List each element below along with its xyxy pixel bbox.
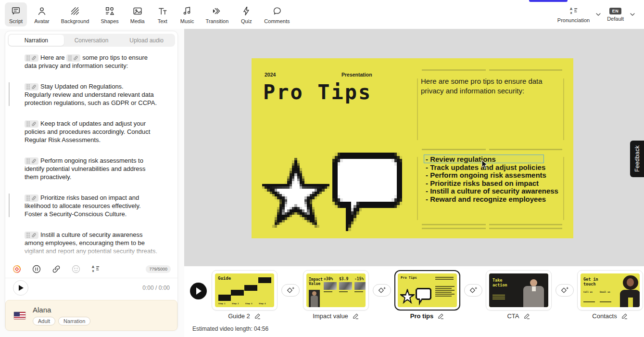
tab-upload-audio[interactable]: Upload audio [119, 35, 174, 46]
link-icon[interactable] [51, 264, 61, 274]
top-toolbar: ScriptAvatarBackgroundShapesMediaTextMus… [0, 0, 644, 29]
segment-chip[interactable] [66, 54, 80, 62]
slide-thumbnail-pro-tips[interactable]: Pro Tips [394, 270, 460, 311]
slide-thumbnail-cta[interactable]: Take action [486, 270, 552, 311]
slide-intro-text[interactable]: Here are some pro tips to ensure data pr… [421, 77, 558, 96]
chip-link-icon [31, 233, 37, 238]
pronunciation-menu[interactable]: Ax Pronunciation [557, 6, 590, 23]
slide-side-line [563, 78, 564, 140]
pixel-speech-bubble-art[interactable] [329, 149, 405, 231]
audio-time: 0:00 / 0:00 [142, 285, 170, 291]
audio-play-button[interactable] [13, 280, 28, 296]
shapes-icon [104, 6, 115, 16]
segment-chip[interactable] [25, 157, 38, 165]
estimated-length: Estimated video length: 04:56 [192, 325, 268, 332]
preview-play-button[interactable] [190, 283, 207, 299]
slide-divider-line [422, 228, 486, 229]
pixel-star-art[interactable] [262, 158, 329, 230]
toolbar-item-text[interactable]: Text [152, 2, 173, 26]
slide-bullet-list[interactable]: - Review regulations- Track updates and … [426, 156, 558, 203]
toolbar-item-transition[interactable]: Transition [201, 2, 233, 26]
segment-chip[interactable] [25, 83, 38, 91]
script-block[interactable]: Here are some pro tips to ensure data pr… [25, 53, 160, 70]
pencil-icon[interactable] [254, 312, 261, 320]
slide-thumbnail-impact-value[interactable]: Impact Value +30%$3.9-15% [303, 270, 369, 311]
script-block[interactable]: Stay Updated on Regulations. Regularly r… [25, 82, 160, 107]
add-transition-button[interactable] [464, 284, 482, 297]
diamond-plus-icon [560, 286, 569, 294]
slide-side-line [563, 157, 564, 220]
chevron-down-icon[interactable] [629, 11, 636, 18]
language-menu[interactable]: EN Default [607, 8, 624, 22]
add-transition-button[interactable] [373, 284, 391, 297]
slide-title-text[interactable]: Pro Tips [263, 80, 372, 104]
chip-link-icon [31, 84, 37, 90]
slide-bullet[interactable]: - Instill a culture of security awarenes… [426, 187, 558, 195]
thumbnail-label: Contacts [577, 312, 643, 320]
diamond-plus-icon [468, 286, 478, 294]
slide-thumbnail-contacts[interactable]: Get in touch Call usEmail us [577, 270, 643, 311]
mini-title: Impact Value [309, 277, 323, 286]
toolbar-item-quiz[interactable]: Quiz [236, 2, 257, 26]
pencil-icon[interactable] [437, 312, 444, 320]
pause-icon[interactable] [32, 264, 41, 274]
slide-bullet[interactable]: - Reward and recognize employees [426, 195, 558, 204]
chip-link-icon [31, 55, 37, 61]
voice-card[interactable]: Alana AdultNarration [5, 300, 177, 331]
slide-pro-tips[interactable]: 2024 Presentation Pro Tips Here are some… [252, 58, 573, 238]
tab-conversation[interactable]: Conversation [64, 35, 119, 46]
drag-handle-icon [26, 158, 30, 164]
slide-thumbnail-guide-2[interactable]: Guide Step 1Step 2Step 3Step 4 [212, 270, 278, 311]
topbar-right: Ax Pronunciation EN Default [557, 6, 639, 23]
toolbar-items: ScriptAvatarBackgroundShapesMediaTextMus… [5, 2, 294, 26]
pencil-icon[interactable] [352, 312, 359, 320]
language-value: Default [607, 16, 624, 22]
toolbar-item-avatar[interactable]: Avatar [30, 2, 54, 26]
feedback-button[interactable]: Feedback [630, 141, 644, 177]
toolbar-item-comments[interactable]: Comments [260, 2, 294, 26]
voice-tag: Adult [33, 317, 55, 325]
slide-bullet[interactable]: - Prioritize risks based on impact [426, 180, 558, 188]
segment-chip[interactable] [25, 120, 38, 128]
toolbar-item-shapes[interactable]: Shapes [96, 2, 123, 26]
script-block[interactable]: Keep track of updates and adjust your po… [25, 119, 160, 144]
pencil-icon[interactable] [621, 312, 628, 320]
drag-handle-icon [26, 84, 30, 90]
segment-chip[interactable] [25, 232, 38, 239]
toolbar-item-media[interactable]: Media [126, 2, 149, 26]
script-block[interactable]: Perform ongoing risk assessments to iden… [25, 156, 160, 181]
chevron-down-icon[interactable] [594, 11, 602, 18]
emoji-icon[interactable] [71, 264, 81, 274]
slide-bullet[interactable]: - Track updates and adjust policies [426, 164, 558, 172]
drag-handle-icon [68, 55, 72, 61]
toolbar-item-background[interactable]: Background [57, 2, 94, 26]
thumbnail-label: Guide 2 [212, 312, 278, 320]
tab-narration[interactable]: Narration [9, 35, 64, 46]
slide-divider-line [422, 149, 486, 150]
add-transition-button[interactable] [281, 284, 300, 297]
pronunciation-icon[interactable]: Ax [91, 264, 101, 274]
drag-handle-icon [26, 195, 30, 201]
add-transition-button[interactable] [556, 284, 574, 297]
slide-year-text[interactable]: 2024 [265, 72, 276, 78]
script-toolbar: Ax 779/5000 [5, 262, 177, 276]
script-block[interactable]: Prioritize risks based on impact and lik… [25, 194, 160, 218]
slide-bullet[interactable]: - Review regulations [426, 156, 558, 164]
script-block[interactable]: Instill a culture of security awareness … [25, 231, 160, 255]
slide-kicker-text[interactable]: Presentation [341, 72, 372, 78]
segment-chip[interactable] [25, 54, 38, 62]
editor-canvas[interactable]: 2024 Presentation Pro Tips Here are some… [184, 29, 644, 266]
quiz-icon [241, 6, 252, 16]
toolbar-item-music[interactable]: Music [176, 2, 199, 26]
us-flag-icon [13, 311, 26, 320]
drag-handle-icon [26, 121, 30, 127]
slide-divider-line [489, 228, 562, 229]
pencil-icon[interactable] [523, 312, 530, 320]
slide-bullet[interactable]: - Perform ongoing risk assesments [426, 171, 558, 180]
ai-rewrite-icon[interactable] [12, 264, 22, 274]
script-tabs: NarrationConversationUpload audio [8, 34, 175, 47]
mini-title: Guide [218, 276, 231, 281]
segment-chip[interactable] [25, 194, 38, 202]
toolbar-item-script[interactable]: Script [5, 2, 27, 26]
mini-title: Get in touch [583, 277, 598, 286]
